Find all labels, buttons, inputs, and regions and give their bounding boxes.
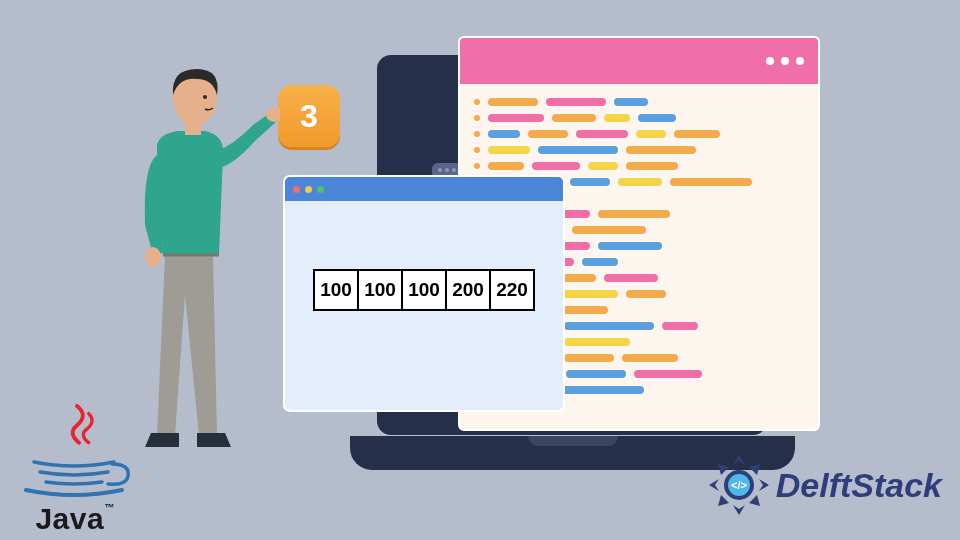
person-illustration xyxy=(105,55,280,460)
array-cells: 100 100 100 200 220 xyxy=(313,269,535,311)
close-dot-icon xyxy=(293,186,300,193)
array-window: 100 100 100 200 220 xyxy=(283,175,565,412)
window-dot-icon xyxy=(796,57,804,65)
delftstack-emblem-icon: </> xyxy=(708,454,770,516)
array-cell: 220 xyxy=(489,269,535,311)
minimize-dot-icon xyxy=(305,186,312,193)
array-cell: 100 xyxy=(401,269,447,311)
delftstack-logo: </> DelftStack xyxy=(708,454,942,516)
array-cell: 100 xyxy=(313,269,359,311)
window-dot-icon xyxy=(766,57,774,65)
array-cell: 200 xyxy=(445,269,491,311)
java-steam-icon xyxy=(50,404,108,462)
delftstack-logo-text: DelftStack xyxy=(776,466,942,505)
svg-point-4 xyxy=(203,95,207,99)
svg-point-0 xyxy=(145,247,161,267)
maximize-dot-icon xyxy=(317,186,324,193)
array-cell: 100 xyxy=(357,269,403,311)
code-window-titlebar xyxy=(460,38,818,84)
array-window-titlebar xyxy=(285,177,563,201)
java-cup-icon xyxy=(16,456,134,498)
window-dot-icon xyxy=(781,57,789,65)
java-logo-text: Java™ xyxy=(16,502,134,536)
java-logo: Java™ xyxy=(16,456,134,536)
svg-text:</>: </> xyxy=(731,479,747,491)
count-badge: 3 xyxy=(278,85,340,147)
